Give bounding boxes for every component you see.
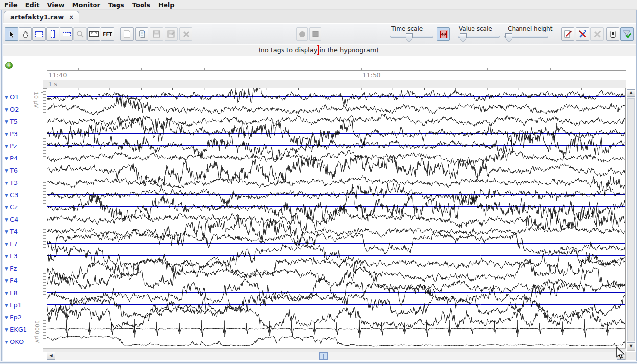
fit-page-width-toggle[interactable] xyxy=(437,27,450,41)
signal-view[interactable] xyxy=(47,88,625,348)
crossed-tools-icon xyxy=(578,30,587,39)
channel-label-C3[interactable]: ▼C3 xyxy=(5,190,18,198)
save-tags-button[interactable] xyxy=(150,27,163,41)
menu-edit[interactable]: Edit xyxy=(22,1,43,10)
channel-dropdown-icon[interactable]: ▼ xyxy=(5,266,8,271)
channel-label-Fz[interactable]: ▼Fz xyxy=(5,263,17,272)
save-tags-as-button[interactable] xyxy=(165,27,178,41)
channel-dropdown-icon[interactable]: ▼ xyxy=(5,205,8,210)
channel-label-F8[interactable]: ▼F8 xyxy=(5,288,18,296)
channel-label-OKO[interactable]: ▼OKO xyxy=(5,337,24,345)
channel-label-EKG1[interactable]: ▼EKG1 xyxy=(5,324,27,333)
channel-label-C4[interactable]: ▼C4 xyxy=(5,214,18,223)
horizontal-scrollbar-thumb[interactable] xyxy=(319,352,328,360)
channel-dropdown-icon[interactable]: ▼ xyxy=(5,315,8,320)
menu-help[interactable]: Help xyxy=(155,1,178,10)
tab-artefakty1-raw[interactable]: artefakty1.raw× xyxy=(4,11,79,23)
measure-tool-button[interactable] xyxy=(87,27,100,41)
channel-dropdown-icon[interactable]: ▼ xyxy=(5,107,8,112)
tab-close-icon[interactable]: × xyxy=(69,13,74,21)
channel-dropdown-icon[interactable]: ▼ xyxy=(5,132,8,136)
channel-dropdown-icon[interactable]: ▼ xyxy=(5,340,8,344)
channel-label-P4[interactable]: ▼P4 xyxy=(5,153,18,161)
channel-dropdown-icon[interactable]: ▼ xyxy=(5,217,8,222)
channel-label-F3[interactable]: ▼F3 xyxy=(5,251,18,259)
channel-label-Cz[interactable]: ▼Cz xyxy=(5,202,18,210)
scroll-up-button[interactable]: ▲ xyxy=(627,89,635,97)
menu-monitor[interactable]: Monitor xyxy=(69,1,104,10)
channel-label-O1[interactable]: ▼O1 xyxy=(5,92,19,100)
add-channel-button[interactable]: + xyxy=(5,62,13,69)
channel-dropdown-icon[interactable]: ▼ xyxy=(5,156,8,161)
channel-dropdown-icon[interactable]: ▼ xyxy=(5,181,8,185)
channel-label-Fp1[interactable]: ▼Fp1 xyxy=(5,300,22,308)
channel-label-O2[interactable]: ▼O2 xyxy=(5,104,19,113)
channel-dropdown-icon[interactable]: ▼ xyxy=(5,242,8,247)
channel-dropdown-icon[interactable]: ▼ xyxy=(5,291,8,296)
menu-tools[interactable]: Tools xyxy=(129,1,154,10)
channel-label-T4[interactable]: ▼T4 xyxy=(5,227,18,235)
value-scale-slider-thumb[interactable] xyxy=(460,33,467,38)
amplitude-scale-label-eeg: 10 µV xyxy=(33,92,39,108)
channel-label-T5[interactable]: ▼T5 xyxy=(5,116,18,125)
ruler-tick xyxy=(141,68,142,71)
menu-tags[interactable]: Tags xyxy=(105,1,128,10)
menu-view[interactable]: View xyxy=(44,1,68,10)
channel-dropdown-icon[interactable]: ▼ xyxy=(5,95,8,100)
new-tag-document-button[interactable] xyxy=(120,27,134,41)
vertical-scrollbar-thumb[interactable] xyxy=(627,98,635,341)
record-button[interactable] xyxy=(296,27,308,41)
channel-height-slider-thumb[interactable] xyxy=(505,33,512,38)
channel-label-Fp2[interactable]: ▼Fp2 xyxy=(5,312,22,320)
channel-label-T6[interactable]: ▼T6 xyxy=(5,165,18,174)
close-tags-button[interactable] xyxy=(179,27,192,41)
horizontal-scrollbar[interactable]: ◀ ▶ xyxy=(47,352,626,360)
channel-dropdown-icon[interactable]: ▼ xyxy=(5,119,8,124)
scroll-down-button[interactable]: ▼ xyxy=(627,342,635,350)
scroll-left-button[interactable]: ◀ xyxy=(47,352,55,360)
pan-tool-button[interactable] xyxy=(19,27,32,41)
channel-dropdown-icon[interactable]: ▼ xyxy=(5,193,8,198)
fit-width-icon xyxy=(439,30,448,39)
channel-dropdown-icon[interactable]: ▼ xyxy=(5,168,8,173)
ruler-tick xyxy=(393,68,393,71)
column-select-tool-button[interactable] xyxy=(46,27,59,41)
channel-label-P3[interactable]: ▼P3 xyxy=(5,129,18,137)
signal-canvas[interactable] xyxy=(47,88,625,348)
select-tool-button[interactable] xyxy=(5,27,18,41)
value-scale-slider[interactable] xyxy=(458,33,500,41)
rectangle-select-tool-button[interactable] xyxy=(32,27,46,41)
channel-label-F4[interactable]: ▼F4 xyxy=(5,275,18,284)
channel-dropdown-icon[interactable]: ▼ xyxy=(5,144,8,149)
filter-toggle-button[interactable] xyxy=(620,27,634,41)
time-scale-slider-thumb[interactable] xyxy=(406,33,413,38)
preferences-button[interactable] xyxy=(576,27,589,41)
device-settings-button[interactable] xyxy=(606,27,619,41)
vertical-scrollbar[interactable]: ▲ ▼ xyxy=(627,89,635,351)
channel-dropdown-icon[interactable]: ▼ xyxy=(5,327,8,332)
montage-editor-button[interactable] xyxy=(561,27,574,41)
ruler-tick xyxy=(173,68,173,71)
channel-label-F7[interactable]: ▼F7 xyxy=(5,239,18,247)
channel-dropdown-icon[interactable]: ▼ xyxy=(5,278,8,283)
channel-dropdown-icon[interactable]: ▼ xyxy=(5,229,8,234)
fft-tool-button[interactable]: FFT xyxy=(101,27,114,41)
page-scale-strip: 1 s xyxy=(43,80,626,88)
hypnogram-position-marker[interactable] xyxy=(318,46,319,55)
disabled-tools-button[interactable] xyxy=(590,27,604,41)
stop-button[interactable] xyxy=(309,27,321,41)
channel-label-Pz[interactable]: ▼Pz xyxy=(5,141,17,149)
zoom-tool-button[interactable] xyxy=(73,27,87,41)
menu-file[interactable]: File xyxy=(1,1,21,10)
tab-bar: artefakty1.raw× xyxy=(0,10,637,23)
time-scale-slider[interactable] xyxy=(390,33,433,41)
row-select-tool-button[interactable] xyxy=(60,27,73,41)
channel-label-T3[interactable]: ▼T3 xyxy=(5,178,18,186)
save-icon xyxy=(153,30,160,38)
open-tag-document-button[interactable] xyxy=(135,27,148,41)
tab-label: artefakty1.raw xyxy=(10,13,64,21)
menu-bar: FileEditViewMonitorTagsToolsHelp xyxy=(0,0,637,10)
channel-dropdown-icon[interactable]: ▼ xyxy=(5,254,8,259)
channel-height-slider[interactable] xyxy=(504,33,548,41)
channel-dropdown-icon[interactable]: ▼ xyxy=(5,303,8,308)
